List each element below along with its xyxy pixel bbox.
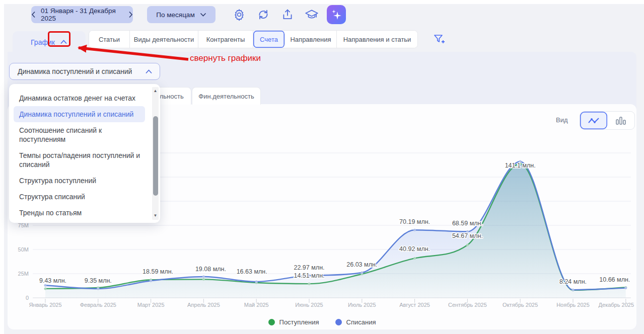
data-point-label: 18.59 млн. bbox=[142, 268, 173, 275]
y-axis-tick-label: 50M bbox=[18, 246, 29, 253]
dropdown-option-2[interactable]: Динамика поступлений и списаний bbox=[14, 106, 145, 122]
chart-type-select[interactable]: Динамика поступлений и списаний bbox=[9, 63, 160, 80]
y-axis-tick-label: 75M bbox=[18, 222, 29, 228]
tab-graph[interactable]: График bbox=[13, 31, 86, 53]
window-edge-left bbox=[0, 0, 4, 334]
data-point[interactable] bbox=[413, 229, 416, 231]
data-point-label: 141.1 млн. bbox=[505, 162, 536, 169]
line-chart-icon bbox=[587, 116, 600, 125]
data-point[interactable] bbox=[44, 284, 47, 287]
data-point-label: 26.03 млн. bbox=[346, 261, 377, 268]
tab-5[interactable]: Направления bbox=[285, 31, 337, 48]
prev-period-icon[interactable] bbox=[31, 11, 36, 18]
dropdown-option-4[interactable]: Темпы роста/падения поступлений и списан… bbox=[14, 147, 145, 173]
bar-chart-icon bbox=[615, 116, 626, 125]
legend-item[interactable]: Списания bbox=[335, 318, 376, 326]
x-axis-tick-label: Декабрь 2025 bbox=[599, 302, 634, 308]
dropdown-option-1[interactable]: Динамика остатков денег на счетах bbox=[14, 90, 145, 106]
x-axis-tick-label: Март 2025 bbox=[137, 302, 165, 308]
legend-dot bbox=[268, 319, 275, 325]
tab-6[interactable]: Направления и статьи bbox=[337, 31, 417, 48]
data-point[interactable] bbox=[255, 281, 258, 283]
report-tabs: СтатьиВиды деятельностиКонтрагентыСчетаН… bbox=[89, 30, 418, 48]
date-range-picker[interactable]: 01 Января - 31 Декабря 2025 bbox=[31, 6, 133, 23]
data-point-label: 22.97 млн. bbox=[294, 264, 324, 271]
legend-dot bbox=[335, 319, 342, 325]
refresh-icon[interactable] bbox=[256, 7, 271, 22]
data-point[interactable] bbox=[202, 278, 205, 281]
tab-2[interactable]: Виды деятельности bbox=[130, 31, 198, 48]
annotation-text: свернуть графики bbox=[190, 53, 261, 63]
data-point-label: 8.24 млн. bbox=[559, 278, 587, 285]
dropdown-option-8[interactable]: Тренды по направлениям bbox=[14, 221, 145, 223]
data-point-label: 68.59 млн. bbox=[452, 220, 483, 227]
data-point-label: 70.19 млн. bbox=[399, 218, 430, 225]
tab-1[interactable]: Статьи bbox=[89, 31, 130, 48]
x-axis-tick-label: Май 2025 bbox=[244, 302, 269, 308]
chart-legend: ПоступленияСписания bbox=[8, 318, 636, 326]
tab-3[interactable]: Контрагенты bbox=[198, 31, 253, 48]
x-axis-tick-label: Январь 2025 bbox=[29, 302, 61, 308]
x-axis-tick-label: Октябрь 2025 bbox=[503, 302, 538, 308]
data-point-label: 54.67 млн. bbox=[452, 232, 483, 239]
data-point[interactable] bbox=[308, 283, 311, 285]
chart-view-toggle bbox=[580, 111, 635, 130]
collapse-charts-icon[interactable] bbox=[60, 40, 67, 44]
x-axis-tick-label: Август 2025 bbox=[399, 302, 430, 308]
chart-type-dropdown: Динамика остатков денег на счетахДинамик… bbox=[9, 84, 160, 223]
settings-icon[interactable] bbox=[232, 7, 247, 22]
data-point[interactable] bbox=[466, 244, 469, 246]
data-point[interactable] bbox=[150, 280, 152, 282]
y-axis-tick-label: 25M bbox=[18, 271, 29, 277]
data-point[interactable] bbox=[624, 287, 627, 289]
legend-item[interactable]: Поступления bbox=[268, 318, 319, 326]
ai-assistant-button[interactable] bbox=[327, 5, 346, 24]
export-icon[interactable] bbox=[280, 7, 295, 22]
tab-4[interactable]: Счета bbox=[253, 31, 285, 48]
granularity-label: По месяцам bbox=[156, 11, 194, 19]
dropdown-option-6[interactable]: Структура списаний bbox=[14, 189, 145, 205]
window-edge-top bbox=[0, 0, 644, 4]
data-point[interactable] bbox=[44, 287, 47, 290]
scroll-down-icon[interactable]: ▼ bbox=[152, 213, 159, 219]
y-axis-tick-label: 0 bbox=[26, 295, 29, 301]
line-view-button[interactable] bbox=[580, 112, 607, 129]
tab-fin-activity[interactable]: Фин.деятельность bbox=[192, 87, 261, 105]
chart-type-select-value: Динамика поступлений и списаний bbox=[18, 67, 132, 75]
x-axis-tick-label: Сентябрь 2025 bbox=[448, 302, 487, 308]
dropdown-scrollbar[interactable]: ▲ ▼ bbox=[152, 87, 159, 220]
granularity-select[interactable]: По месяцам bbox=[147, 6, 216, 23]
scroll-up-icon[interactable]: ▲ bbox=[152, 88, 159, 94]
sparkles-icon bbox=[330, 9, 342, 21]
dropdown-option-7[interactable]: Тренды по статьям bbox=[14, 205, 145, 221]
x-axis-tick-label: Июнь 2025 bbox=[295, 302, 323, 308]
chevron-down-icon bbox=[200, 13, 206, 17]
view-label: Вид bbox=[556, 116, 568, 124]
add-filter-icon[interactable] bbox=[431, 31, 448, 47]
data-point-label: 40.92 млн. bbox=[399, 245, 430, 253]
data-point-label: 14.51 млн. bbox=[294, 272, 324, 279]
scrollbar-thumb[interactable] bbox=[153, 116, 158, 196]
tab-fin-activity-label: Фин.деятельность bbox=[198, 93, 254, 100]
data-point-label: 9.43 млн. bbox=[39, 277, 66, 284]
data-point[interactable] bbox=[572, 289, 575, 291]
dropdown-option-3[interactable]: Соотношение списаний к поступлениям bbox=[14, 122, 145, 147]
dropdown-option-5[interactable]: Структура поступлений bbox=[14, 173, 145, 189]
data-point-label: 10.66 млн. bbox=[599, 276, 630, 283]
date-range-label: 01 Января - 31 Декабря 2025 bbox=[41, 7, 123, 22]
data-point[interactable] bbox=[97, 288, 99, 290]
data-point[interactable] bbox=[361, 272, 363, 274]
legend-label: Списания bbox=[346, 318, 376, 326]
education-icon[interactable] bbox=[304, 7, 319, 22]
data-point[interactable] bbox=[202, 275, 205, 278]
next-period-icon[interactable] bbox=[128, 11, 133, 18]
data-point-label: 19.08 млн. bbox=[195, 266, 226, 273]
data-point[interactable] bbox=[413, 257, 416, 260]
data-point-label: 16.63 млн. bbox=[237, 268, 267, 275]
x-axis-tick-label: Апрель 2025 bbox=[187, 302, 220, 308]
data-point-label: 9.35 млн. bbox=[85, 277, 112, 284]
chevron-up-icon bbox=[145, 69, 153, 74]
tab-graph-label: График bbox=[31, 38, 55, 46]
bar-view-button[interactable] bbox=[607, 112, 634, 129]
x-axis-tick-label: Июль 2025 bbox=[348, 302, 376, 308]
